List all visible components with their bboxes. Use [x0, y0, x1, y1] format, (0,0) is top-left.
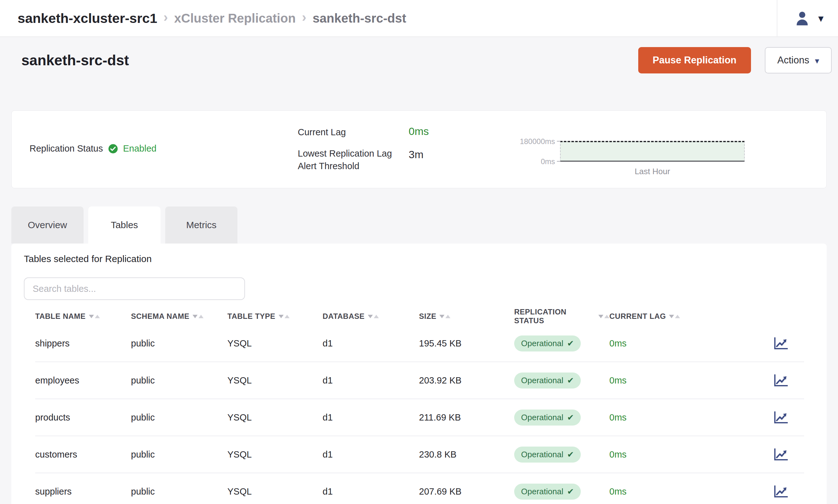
column-header-database[interactable]: DATABASE [322, 312, 419, 321]
breadcrumb: sanketh-xcluster-src1 › xCluster Replica… [18, 11, 406, 26]
lag-graph-icon[interactable] [773, 337, 788, 350]
cell-schema-name: public [131, 375, 227, 386]
column-header-replication-status[interactable]: REPLICATION STATUS [514, 308, 609, 325]
lag-chart-area [560, 141, 745, 162]
page-header-actions: Pause Replication Actions ▾ [638, 47, 832, 73]
cell-size: 203.92 KB [419, 375, 514, 386]
status-badge: Operational ✔ [514, 410, 581, 426]
operational-check-icon: ✔ [567, 487, 574, 497]
cell-current-lag: 0ms [609, 338, 691, 349]
cell-database: d1 [322, 338, 419, 349]
cell-current-lag: 0ms [609, 486, 691, 497]
actions-button-label: Actions [778, 55, 809, 66]
status-badge: Operational ✔ [514, 373, 581, 389]
current-lag-label: Current Lag [298, 127, 346, 138]
check-circle-icon [108, 144, 118, 154]
user-icon [794, 10, 811, 27]
table-row: customers public YSQL d1 230.8 KB Operat… [35, 436, 804, 473]
status-badge: Operational ✔ [514, 447, 581, 463]
actions-dropdown-button[interactable]: Actions ▾ [765, 47, 832, 73]
sort-icon [439, 315, 450, 318]
cell-database: d1 [322, 375, 419, 386]
operational-check-icon: ✔ [567, 339, 574, 348]
page-title: sanketh-src-dst [21, 52, 129, 69]
table-row: employees public YSQL d1 203.92 KB Opera… [35, 362, 804, 399]
top-navigation-bar: sanketh-xcluster-src1 › xCluster Replica… [0, 0, 838, 37]
cell-table-type: YSQL [227, 412, 322, 423]
lag-chart-ymin-label: 0ms [505, 157, 555, 166]
replication-status-label: Replication Status [30, 143, 103, 154]
column-header-table-type[interactable]: TABLE TYPE [227, 312, 322, 321]
breadcrumb-universe[interactable]: sanketh-xcluster-src1 [18, 11, 157, 26]
cell-table-name: shippers [35, 338, 131, 349]
tab-metrics[interactable]: Metrics [165, 206, 238, 244]
user-caret-icon: ▾ [818, 13, 823, 23]
cell-size: 195.45 KB [419, 338, 514, 349]
cell-table-name: suppliers [35, 486, 131, 497]
sort-icon [368, 315, 379, 318]
alert-threshold-label-line2: Alert Threshold [298, 161, 359, 172]
status-badge: Operational ✔ [514, 336, 581, 352]
table-row: products public YSQL d1 211.69 KB Operat… [35, 399, 804, 436]
panel-heading: Tables selected for Replication [24, 254, 827, 264]
sort-icon [669, 315, 680, 318]
pause-replication-button[interactable]: Pause Replication [638, 47, 751, 73]
tables-panel: Tables selected for Replication TABLE NA… [11, 244, 827, 504]
sort-icon [598, 315, 609, 318]
lag-chart-xlabel: Last Hour [560, 167, 745, 176]
alert-threshold-value: 3m [408, 148, 423, 161]
table-header-row: TABLE NAME SCHEMA NAME TABLE TYPE DATABA… [35, 308, 804, 325]
column-header-table-name[interactable]: TABLE NAME [35, 312, 131, 321]
replication-status-value: Enabled [123, 143, 156, 154]
cell-table-name: customers [35, 449, 131, 460]
cell-table-name: employees [35, 375, 131, 386]
column-header-current-lag[interactable]: CURRENT LAG [609, 312, 691, 321]
alert-threshold-label-line1: Lowest Replication Lag [298, 148, 392, 159]
tab-overview[interactable]: Overview [11, 206, 84, 244]
table-row: shippers public YSQL d1 195.45 KB Operat… [35, 325, 804, 362]
breadcrumb-separator-icon: › [302, 10, 306, 25]
cell-schema-name: public [131, 338, 227, 349]
cell-size: 211.69 KB [419, 412, 514, 423]
cell-size: 230.8 KB [419, 449, 514, 460]
cell-table-type: YSQL [227, 486, 322, 497]
cell-current-lag: 0ms [609, 375, 691, 386]
lag-graph-icon[interactable] [773, 411, 788, 424]
breadcrumb-section[interactable]: xCluster Replication [174, 11, 296, 25]
lag-chart-ymax-label: 180000ms [505, 137, 555, 146]
page-header: sanketh-src-dst Pause Replication Action… [21, 47, 832, 73]
sort-icon [279, 315, 290, 318]
cell-table-name: products [35, 412, 131, 423]
detail-tabs: Overview Tables Metrics [11, 206, 238, 244]
cell-table-type: YSQL [227, 449, 322, 460]
lag-graph-icon[interactable] [773, 374, 788, 387]
cell-database: d1 [322, 449, 419, 460]
current-lag-value: 0ms [408, 125, 429, 138]
replication-status-card: Replication Status Enabled Current Lag 0… [11, 110, 827, 188]
operational-check-icon: ✔ [567, 376, 574, 385]
sort-icon [193, 315, 204, 318]
cell-current-lag: 0ms [609, 449, 691, 460]
sort-icon [89, 315, 100, 318]
lag-graph-icon[interactable] [773, 448, 788, 461]
cell-current-lag: 0ms [609, 412, 691, 423]
column-header-size[interactable]: SIZE [419, 312, 514, 321]
cell-size: 207.69 KB [419, 486, 514, 497]
cell-schema-name: public [131, 449, 227, 460]
operational-check-icon: ✔ [567, 450, 574, 460]
cell-schema-name: public [131, 486, 227, 497]
search-input[interactable] [24, 277, 245, 300]
breadcrumb-separator-icon: › [164, 10, 168, 25]
lag-graph-icon[interactable] [773, 485, 788, 498]
status-badge: Operational ✔ [514, 484, 581, 500]
chevron-down-icon: ▾ [815, 57, 819, 65]
user-menu-button[interactable]: ▾ [777, 0, 827, 37]
cell-database: d1 [322, 412, 419, 423]
cell-database: d1 [322, 486, 419, 497]
table-row: suppliers public YSQL d1 207.69 KB Opera… [35, 473, 804, 504]
replication-tables-table: TABLE NAME SCHEMA NAME TABLE TYPE DATABA… [35, 308, 804, 504]
cell-schema-name: public [131, 412, 227, 423]
column-header-schema-name[interactable]: SCHEMA NAME [131, 312, 227, 321]
breadcrumb-current: sanketh-src-dst [313, 11, 406, 25]
tab-tables[interactable]: Tables [88, 206, 160, 244]
